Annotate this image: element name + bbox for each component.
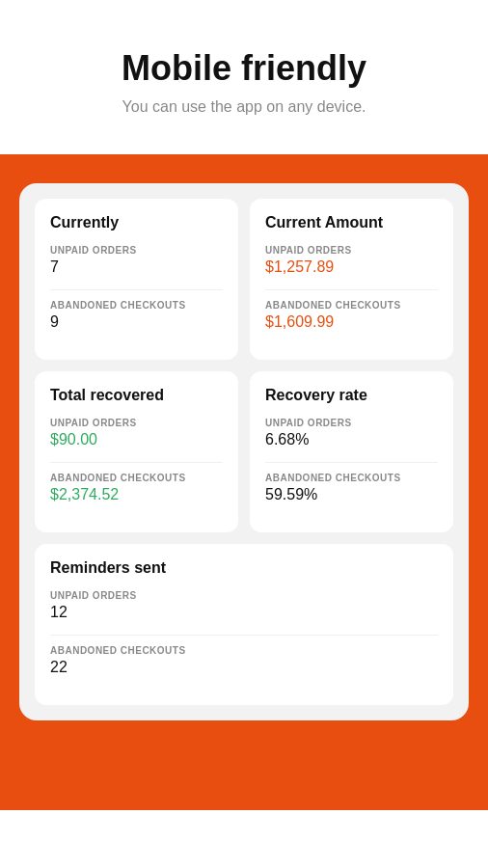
currently-unpaid-value: 7: [50, 258, 223, 276]
main-section: Currently UNPAID ORDERS 7 ABANDONED CHEC…: [0, 154, 488, 810]
current-amount-card: Current Amount UNPAID ORDERS $1,257.89 A…: [250, 199, 453, 360]
reminders-sent-abandoned-value: 22: [50, 659, 438, 676]
total-recovered-abandoned-row: ABANDONED CHECKOUTS $2,374.52: [50, 473, 223, 503]
recovery-rate-abandoned-value: 59.59%: [265, 486, 438, 503]
currently-abandoned-value: 9: [50, 313, 223, 331]
recovery-rate-unpaid-row: UNPAID ORDERS 6.68%: [265, 418, 438, 448]
total-recovered-unpaid-row: UNPAID ORDERS $90.00: [50, 418, 223, 448]
currently-abandoned-row: ABANDONED CHECKOUTS 9: [50, 300, 223, 331]
total-recovered-title: Total recovered: [50, 387, 223, 404]
current-amount-unpaid-value: $1,257.89: [265, 258, 438, 276]
middle-cards-grid: Total recovered UNPAID ORDERS $90.00 ABA…: [35, 371, 453, 532]
current-amount-unpaid-label: UNPAID ORDERS: [265, 245, 438, 256]
total-recovered-abandoned-label: ABANDONED CHECKOUTS: [50, 473, 223, 483]
currently-abandoned-label: ABANDONED CHECKOUTS: [50, 300, 223, 311]
currently-unpaid-label: UNPAID ORDERS: [50, 245, 223, 256]
recovery-rate-card: Recovery rate UNPAID ORDERS 6.68% ABANDO…: [250, 371, 453, 532]
reminders-sent-title: Reminders sent: [50, 559, 438, 577]
reminders-sent-abandoned-row: ABANDONED CHECKOUTS 22: [50, 645, 438, 676]
recovery-rate-abandoned-label: ABANDONED CHECKOUTS: [265, 473, 438, 483]
current-amount-abandoned-value: $1,609.99: [265, 313, 438, 331]
current-amount-unpaid-row: UNPAID ORDERS $1,257.89: [265, 245, 438, 276]
reminders-sent-unpaid-label: UNPAID ORDERS: [50, 590, 438, 601]
currently-card: Currently UNPAID ORDERS 7 ABANDONED CHEC…: [35, 199, 238, 360]
reminders-sent-unpaid-value: 12: [50, 604, 438, 621]
recovery-rate-unpaid-label: UNPAID ORDERS: [265, 418, 438, 428]
card-container: Currently UNPAID ORDERS 7 ABANDONED CHEC…: [19, 183, 469, 720]
currently-unpaid-row: UNPAID ORDERS 7: [50, 245, 223, 276]
top-cards-grid: Currently UNPAID ORDERS 7 ABANDONED CHEC…: [35, 199, 453, 360]
reminders-sent-card: Reminders sent UNPAID ORDERS 12 ABANDONE…: [35, 544, 453, 705]
page-subtitle: You can use the app on any device.: [19, 98, 469, 116]
total-recovered-card: Total recovered UNPAID ORDERS $90.00 ABA…: [35, 371, 238, 532]
currently-title: Currently: [50, 214, 223, 231]
reminders-sent-unpaid-row: UNPAID ORDERS 12: [50, 590, 438, 621]
recovery-rate-unpaid-value: 6.68%: [265, 431, 438, 448]
recovery-rate-title: Recovery rate: [265, 387, 438, 404]
header-section: Mobile friendly You can use the app on a…: [0, 0, 488, 154]
reminders-sent-abandoned-label: ABANDONED CHECKOUTS: [50, 645, 438, 656]
total-recovered-abandoned-value: $2,374.52: [50, 486, 223, 503]
current-amount-abandoned-label: ABANDONED CHECKOUTS: [265, 300, 438, 311]
current-amount-abandoned-row: ABANDONED CHECKOUTS $1,609.99: [265, 300, 438, 331]
current-amount-title: Current Amount: [265, 214, 438, 231]
total-recovered-unpaid-label: UNPAID ORDERS: [50, 418, 223, 428]
recovery-rate-abandoned-row: ABANDONED CHECKOUTS 59.59%: [265, 473, 438, 503]
page-title: Mobile friendly: [19, 48, 469, 89]
total-recovered-unpaid-value: $90.00: [50, 431, 223, 448]
